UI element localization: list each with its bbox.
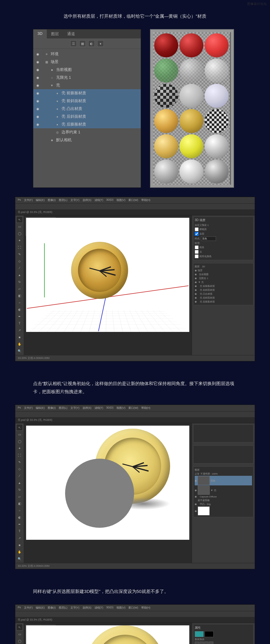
ps-document-tab[interactable]: 壳.psd @ 33.3% (壳, RGB/8) — [15, 617, 255, 623]
pen-tool[interactable]: ✒ — [16, 313, 23, 320]
material-silver[interactable] — [179, 159, 203, 184]
menu-filter[interactable]: 滤镜(T) — [94, 406, 104, 410]
brush-tool[interactable]: ⁄ — [16, 265, 23, 271]
stamp-tool[interactable]: ▲ — [16, 272, 23, 278]
visibility-icon[interactable]: ◉ — [35, 114, 40, 119]
visibility-icon[interactable]: ◉ — [35, 90, 40, 96]
lasso-tool[interactable]: ◯ — [16, 230, 23, 237]
menu-type[interactable]: 文字(Y) — [70, 406, 80, 410]
layer-back-inflate-mat[interactable]: ◉●壳 后膨胀材质 — [33, 120, 141, 128]
layer-row[interactable]: ◉ 面板 — [195, 476, 252, 485]
layer-row[interactable]: ◉ 无限光 1 — [195, 276, 252, 280]
visibility-icon[interactable] — [35, 129, 40, 135]
layer-default-camera[interactable]: ■默认相机 — [33, 136, 141, 144]
layer-scene[interactable]: ◉▦场景 — [33, 58, 141, 66]
surface-check[interactable] — [195, 232, 199, 236]
material-checker-bw[interactable] — [205, 109, 229, 133]
visibility-icon[interactable]: ◉ — [35, 83, 40, 88]
menu-layer[interactable]: 图层(L) — [59, 406, 68, 410]
marquee-tool[interactable]: ▭ — [16, 223, 23, 230]
lasso-tool[interactable]: ◯ — [16, 638, 23, 644]
layer-row[interactable]: ◉ 壳 后斜面材质 — [195, 296, 252, 300]
layer-boundary[interactable]: ◎边界约束 1 — [33, 128, 141, 136]
material-yellow-metal[interactable] — [179, 134, 203, 158]
eyedropper-tool[interactable]: ✎ — [16, 251, 23, 257]
visibility-icon[interactable]: ◉ — [35, 59, 40, 65]
ps-canvas[interactable] — [26, 426, 189, 540]
menu-select[interactable]: 选择(S) — [82, 198, 92, 202]
menu-image[interactable]: 图像(I) — [48, 406, 56, 410]
layer-row[interactable]: ◉ 凹凸 - 3dg — [195, 502, 252, 506]
menu-layer[interactable]: 图层(L) — [59, 606, 68, 610]
type-tool[interactable]: T — [16, 320, 23, 327]
face-plate-2d[interactable] — [65, 459, 134, 528]
dodge-tool[interactable]: ◐ — [16, 306, 23, 313]
lasso-tool[interactable]: ◯ — [16, 438, 23, 445]
move-tool[interactable]: ↖ — [16, 624, 23, 630]
visibility-icon[interactable]: ◉ — [35, 67, 40, 72]
move-tool[interactable]: ↖ — [16, 424, 23, 431]
ps-canvas[interactable] — [26, 218, 189, 332]
menu-filter[interactable]: 滤镜(T) — [94, 198, 104, 202]
menu-file[interactable]: 文件(F) — [24, 198, 33, 202]
ps-document-tab[interactable]: 壳.psd @ 33.3% (壳, RGB/8) — [15, 417, 255, 423]
layer-row[interactable]: ◉ ▼ 壳 — [195, 280, 252, 284]
material-green-glass[interactable] — [154, 59, 178, 83]
gradient-tool[interactable]: ◧ — [16, 500, 23, 507]
marquee-tool[interactable]: ▭ — [16, 631, 23, 637]
menu-file[interactable]: 文件(F) — [24, 406, 33, 410]
layer-row[interactable]: ◉ Capsule-Diffuse — [195, 495, 252, 498]
crop-tool[interactable]: ⛶ — [16, 452, 23, 458]
linearize-check[interactable] — [195, 254, 199, 258]
filter-light-icon[interactable]: ♦ — [97, 40, 104, 47]
layer-front-bevel-mat[interactable]: ◉●壳 前斜面材质 — [33, 97, 141, 105]
material-swatch[interactable] — [195, 631, 204, 637]
layer-row[interactable]: ◉ — [195, 506, 252, 516]
blur-tool[interactable]: ○ — [16, 507, 23, 514]
shape-tool[interactable]: ■ — [16, 542, 23, 548]
layer-row[interactable]: ◉ 壳 凸出材质 — [195, 292, 252, 296]
layer-row[interactable]: ◉ 壳 前斜面材质 — [195, 288, 252, 292]
menu-type[interactable]: 文字(Y) — [70, 198, 80, 202]
material-gold[interactable] — [154, 109, 178, 133]
visibility-icon[interactable]: ◉ — [35, 98, 40, 104]
brush-tool[interactable]: ⁄ — [16, 472, 23, 479]
eraser-tool[interactable]: ▱ — [16, 493, 23, 500]
eyedropper-tool[interactable]: ✎ — [16, 459, 23, 465]
material-red-fabric[interactable] — [154, 33, 178, 57]
layer-current-view[interactable]: ◉■当前视图 — [33, 66, 141, 74]
menu-image[interactable]: 图像(I) — [48, 606, 56, 610]
tab-channels[interactable]: 通道 — [63, 29, 79, 38]
menu-view[interactable]: 视图(V) — [116, 406, 125, 410]
menu-window[interactable]: 窗口(W) — [128, 606, 138, 610]
menu-filter[interactable]: 滤镜(T) — [94, 606, 104, 610]
filter-material-icon[interactable]: ◐ — [88, 40, 95, 47]
menu-file[interactable]: 文件(F) — [24, 606, 33, 610]
material-clear-glass[interactable] — [179, 59, 203, 83]
hand-tool[interactable]: ✋ — [16, 341, 23, 347]
visibility-icon[interactable] — [35, 137, 40, 143]
heal-tool[interactable]: ◇ — [16, 258, 23, 264]
material-red-glossy[interactable] — [179, 33, 203, 57]
layer-row[interactable]: ◉ 壳 前膨胀材质 — [195, 284, 252, 288]
3d-tab[interactable]: 3D — [202, 265, 205, 268]
layer-tab-active[interactable]: 图层 — [195, 468, 200, 472]
clock-shell-3d[interactable] — [86, 625, 164, 644]
layer-row[interactable]: ◉ 当前视图 — [195, 272, 252, 276]
menu-3d[interactable]: 3D(D) — [106, 606, 113, 610]
menu-select[interactable]: 选择(S) — [82, 406, 92, 410]
menu-3d[interactable]: 3D(D) — [106, 406, 113, 410]
expand-icon[interactable]: ▼ — [50, 83, 54, 88]
material-gold-matte[interactable] — [154, 134, 178, 158]
layer-front-inflate-mat[interactable]: ◉●壳 前膨胀材质 — [33, 89, 141, 97]
path-tool[interactable]: ↗ — [16, 327, 23, 333]
visibility-icon[interactable]: ◉ — [35, 51, 40, 57]
material-swatch[interactable] — [205, 631, 214, 637]
clock-shell-3d[interactable] — [71, 242, 128, 299]
stamp-tool[interactable]: ▲ — [16, 479, 23, 486]
path-tool[interactable]: ↗ — [16, 535, 23, 541]
history-brush-tool[interactable]: ↻ — [16, 278, 23, 285]
material-brass-solid[interactable] — [179, 109, 203, 133]
menu-3d[interactable]: 3D(D) — [106, 198, 113, 202]
material-steel[interactable] — [154, 159, 178, 184]
